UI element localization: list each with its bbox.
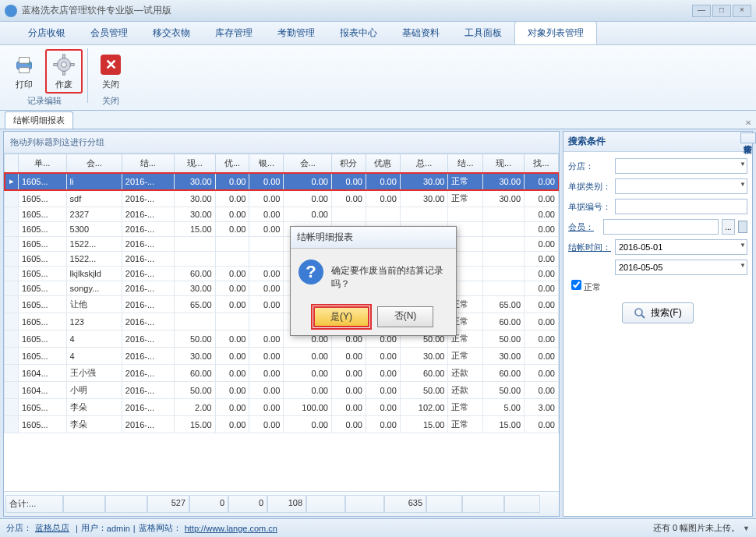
cell: 1605... bbox=[19, 267, 67, 281]
column-header[interactable]: 结... bbox=[122, 154, 174, 173]
card-icon[interactable] bbox=[738, 221, 747, 233]
cell: 0.00 bbox=[525, 382, 559, 399]
date-from-input[interactable] bbox=[615, 239, 747, 255]
table-row[interactable]: 1604...小明2016-...50.000.000.000.000.000.… bbox=[5, 382, 559, 399]
table-row[interactable]: 1605...李朵2016-...2.000.000.00100.000.000… bbox=[5, 399, 559, 416]
table-row[interactable]: 1605...songy...2016-...30.000.000.000.00… bbox=[5, 281, 559, 296]
cell: 0.00 bbox=[215, 281, 249, 296]
row-indicator bbox=[5, 382, 19, 399]
cell: 15.00 bbox=[174, 416, 215, 433]
table-row[interactable]: 1605...1522...2016-...5.40.00 bbox=[5, 252, 559, 267]
column-header[interactable]: 现... bbox=[483, 154, 525, 173]
column-header[interactable]: 找... bbox=[525, 154, 559, 173]
table-row[interactable]: 1605...23272016-...30.000.000.000.000.00 bbox=[5, 207, 559, 222]
member-lookup-button[interactable]: ... bbox=[722, 219, 735, 235]
footer-cell: 0 bbox=[189, 495, 228, 513]
column-header[interactable]: 会... bbox=[284, 154, 332, 173]
cell: 0.00 bbox=[215, 222, 249, 237]
table-row[interactable]: 1604...王小强2016-...60.000.000.000.000.000… bbox=[5, 365, 559, 382]
column-header[interactable]: 会... bbox=[66, 154, 122, 173]
table-row[interactable]: 1605...1232016-...0.000.000.0060.00正常60.… bbox=[5, 313, 559, 330]
cell: 0.00 bbox=[249, 416, 284, 433]
label-member-link[interactable]: 会员： bbox=[568, 221, 600, 233]
cell: 0.00 bbox=[525, 207, 559, 222]
dialog-yes-button[interactable]: 是(Y) bbox=[313, 306, 369, 327]
date-to-input[interactable] bbox=[615, 260, 747, 275]
cell: 102.00 bbox=[400, 399, 448, 416]
normal-checkbox-label[interactable]: 正常 bbox=[571, 282, 601, 291]
normal-checkbox[interactable] bbox=[571, 280, 581, 290]
cell: 0.00 bbox=[366, 382, 400, 399]
svg-point-10 bbox=[635, 309, 642, 316]
menu-item-2[interactable]: 移交衣物 bbox=[140, 22, 203, 44]
status-site-link[interactable]: http://www.lange.com.cn bbox=[185, 524, 277, 533]
bill-type-combo[interactable] bbox=[615, 178, 747, 194]
print-label: 打印 bbox=[16, 79, 33, 90]
toolbar-group-edit: 打印 作废 记录编辑 bbox=[6, 48, 83, 108]
window-close-button[interactable]: × bbox=[733, 5, 751, 17]
group-by-hint[interactable]: 拖动列标题到这进行分组 bbox=[4, 132, 559, 154]
search-button[interactable]: 搜索(F) bbox=[622, 302, 693, 323]
minimize-button[interactable]: — bbox=[692, 5, 711, 17]
table-row[interactable]: 1605...lkjlkskjld2016-...60.000.000.000.… bbox=[5, 267, 559, 281]
cell: 0.00 bbox=[366, 399, 400, 416]
menu-item-5[interactable]: 报表中心 bbox=[327, 22, 390, 44]
right-sidebar-tab[interactable]: 未审核暂停 bbox=[740, 132, 756, 143]
table-row[interactable]: 1605...李朵2016-...15.000.000.000.000.000.… bbox=[5, 416, 559, 433]
cell: 1605... bbox=[19, 252, 67, 267]
cell bbox=[483, 237, 525, 252]
cell: 30.00 bbox=[174, 207, 215, 222]
column-header[interactable]: 单... bbox=[19, 154, 67, 173]
label-time-link[interactable]: 结帐时间： bbox=[568, 242, 612, 253]
menu-item-6[interactable]: 基础资料 bbox=[390, 22, 452, 44]
dialog-no-button[interactable]: 否(N) bbox=[377, 306, 433, 327]
menu-item-4[interactable]: 考勤管理 bbox=[265, 22, 327, 44]
chevron-down-icon[interactable]: ▼ bbox=[743, 525, 750, 532]
menu-item-1[interactable]: 会员管理 bbox=[78, 22, 140, 44]
cell: 2327 bbox=[66, 207, 122, 222]
column-header[interactable]: 积分 bbox=[331, 154, 366, 173]
menu-item-7[interactable]: 工具面板 bbox=[452, 22, 514, 44]
menu-item-3[interactable]: 库存管理 bbox=[203, 22, 265, 44]
cell: 正常 bbox=[448, 348, 483, 365]
print-button[interactable]: 打印 bbox=[6, 50, 42, 93]
data-grid[interactable]: 单...会...结...现...优...银...会...积分优惠总...结...… bbox=[4, 154, 559, 491]
data-grid-pane: 拖动列标题到这进行分组 单...会...结...现...优...银...会...… bbox=[3, 131, 560, 517]
column-header[interactable]: 总... bbox=[400, 154, 448, 173]
cell: 2016-... bbox=[122, 237, 174, 252]
table-row[interactable]: 1605...42016-...30.000.000.000.000.000.0… bbox=[5, 348, 559, 365]
row-indicator bbox=[5, 416, 19, 433]
column-header[interactable]: 银... bbox=[249, 154, 284, 173]
table-row[interactable]: 1605...1522...2016-...2.70.00 bbox=[5, 237, 559, 252]
cell: 30.00 bbox=[174, 281, 215, 296]
column-header[interactable]: 优... bbox=[215, 154, 249, 173]
menu-item-8[interactable]: 对象列表管理 bbox=[514, 21, 597, 44]
cell: 50.00 bbox=[400, 382, 448, 399]
cell: 30.00 bbox=[483, 190, 525, 207]
table-row[interactable]: 1605...让他2016-...65.000.000.000.000.000.… bbox=[5, 296, 559, 313]
status-branch-link[interactable]: 蓝格总店 bbox=[35, 522, 69, 534]
cell: 60.00 bbox=[174, 365, 215, 382]
table-row[interactable]: ▸1605...li2016-...30.000.000.000.000.000… bbox=[5, 173, 559, 190]
member-input[interactable] bbox=[603, 219, 719, 235]
table-row[interactable]: 1605...53002016-...15.000.000.002.70.00 bbox=[5, 222, 559, 237]
cell bbox=[483, 267, 525, 281]
void-button[interactable]: 作废 bbox=[45, 49, 83, 94]
branch-combo[interactable] bbox=[615, 158, 747, 174]
cell: 15.00 bbox=[400, 416, 448, 433]
table-row[interactable]: 1605...sdf2016-...30.000.000.000.000.000… bbox=[5, 190, 559, 207]
menu-item-0[interactable]: 分店收银 bbox=[16, 22, 78, 44]
column-header[interactable]: 现... bbox=[174, 154, 215, 173]
cell: 0.00 bbox=[366, 416, 400, 433]
table-row[interactable]: 1605...42016-...50.000.000.000.000.000.0… bbox=[5, 330, 559, 348]
cell: 0.00 bbox=[215, 399, 249, 416]
row-indicator bbox=[5, 365, 19, 382]
tab-close-icon[interactable]: ✕ bbox=[740, 117, 756, 129]
cell: 2016-... bbox=[122, 382, 174, 399]
close-button[interactable]: ✕ 关闭 bbox=[93, 50, 129, 93]
tab-report[interactable]: 结帐明细报表 bbox=[5, 111, 73, 129]
column-header[interactable]: 结... bbox=[448, 154, 483, 173]
maximize-button[interactable]: □ bbox=[712, 5, 731, 17]
bill-no-input[interactable] bbox=[615, 199, 747, 214]
column-header[interactable]: 优惠 bbox=[366, 154, 400, 173]
